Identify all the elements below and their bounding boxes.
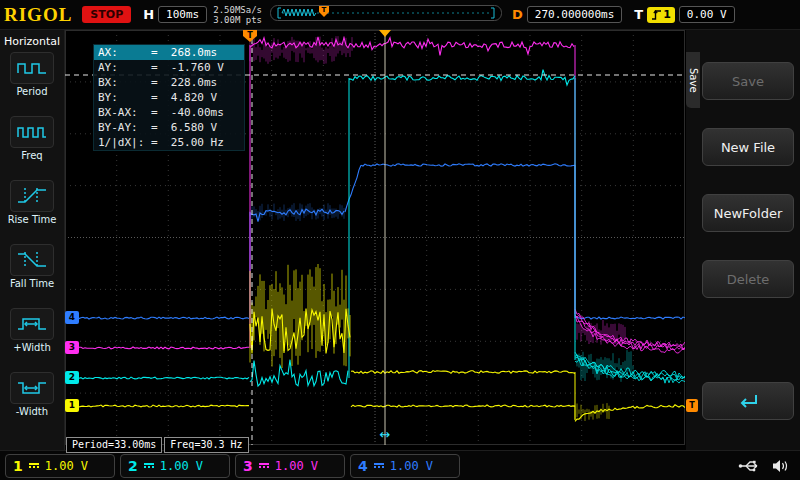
- ch3-trace: [250, 37, 574, 55]
- menu-item-period[interactable]: Period: [0, 52, 64, 116]
- ch4-trace: [65, 317, 249, 319]
- svg-text:T: T: [322, 6, 327, 14]
- channel-4-position-marker[interactable]: 4: [65, 311, 79, 324]
- menu-item-width[interactable]: -Width: [0, 372, 64, 436]
- channel-scale: 1.00 V: [390, 459, 433, 473]
- bottom-channel-bar: 11.00 V21.00 V31.00 V41.00 V: [0, 450, 800, 480]
- plus-width-icon: [10, 308, 54, 340]
- channel-1-block[interactable]: 11.00 V: [5, 454, 115, 478]
- trigger-source-icon[interactable]: 1: [647, 7, 675, 23]
- dc-coupling-icon: [259, 462, 269, 469]
- ch2-trace: [250, 360, 348, 386]
- dc-coupling-icon: [374, 462, 384, 469]
- memory-depth: 3.00M pts: [213, 15, 262, 25]
- menu-item-width[interactable]: +Width: [0, 308, 64, 372]
- trigger-level[interactable]: 0.00 V: [679, 6, 735, 23]
- right-softkey-menu: Save SaveNew FileNewFolderDelete: [686, 30, 800, 450]
- newfolder-button[interactable]: NewFolder: [702, 194, 794, 232]
- trigger-level-marker[interactable]: T: [686, 399, 698, 412]
- status-icons: [738, 459, 790, 473]
- trigger-source: 1: [663, 9, 671, 21]
- channel-1-position-marker[interactable]: 1: [65, 399, 79, 412]
- oscilloscope-screen: RIGOL STOP H 100ms 2.50MSa/s 3.00M pts T…: [0, 0, 800, 480]
- ch1-trace-noise: [250, 264, 350, 368]
- enter-button[interactable]: [702, 382, 794, 420]
- menu-item-rise-time[interactable]: Rise Time: [0, 180, 64, 244]
- rise-time-icon: [10, 180, 54, 212]
- menu-tab-save[interactable]: Save: [686, 52, 700, 108]
- cursor-row: AX: = 268.0ms: [94, 45, 244, 60]
- channel-2-block[interactable]: 21.00 V: [120, 454, 230, 478]
- freq-icon: [10, 116, 54, 148]
- sample-rate: 2.50MSa/s: [213, 5, 262, 15]
- horizontal-label: H: [143, 7, 154, 22]
- horizontal-position-bar[interactable]: T: [270, 4, 502, 26]
- ch4-trace: [575, 317, 685, 319]
- menu-item-freq[interactable]: Freq: [0, 116, 64, 180]
- ch2-trace: [65, 377, 249, 379]
- delay-value[interactable]: 270.000000ms: [527, 6, 622, 23]
- cursor-row: AY: = -1.760 V: [94, 60, 244, 75]
- period-icon: [10, 52, 54, 84]
- menu-item-label: -Width: [16, 406, 48, 417]
- channel-scale: 1.00 V: [160, 459, 203, 473]
- rigol-logo: RIGOL: [4, 4, 72, 26]
- delay-label: D: [512, 7, 523, 22]
- channel-scale: 1.00 V: [275, 459, 318, 473]
- cursor-row: BX: = 228.0ms: [94, 75, 244, 90]
- delay-group: D 270.000000ms: [512, 6, 622, 23]
- top-status-bar: RIGOL STOP H 100ms 2.50MSa/s 3.00M pts T…: [0, 0, 800, 30]
- channel-number: 1: [13, 458, 23, 474]
- timebase-value[interactable]: 100ms: [158, 6, 207, 23]
- minus-width-icon: [10, 372, 54, 404]
- channel-4-block[interactable]: 41.00 V: [350, 454, 460, 478]
- ch4-trace: [345, 165, 361, 212]
- menu-item-label: Freq: [21, 150, 42, 161]
- trigger-label: T: [634, 7, 643, 22]
- left-menu-title: Horizontal: [0, 30, 64, 52]
- channel-scale: 1.00 V: [45, 459, 88, 473]
- menu-item-fall-time[interactable]: Fall Time: [0, 244, 64, 308]
- channel-2-position-marker[interactable]: 2: [65, 371, 79, 384]
- ch2-trace-noise: [577, 350, 633, 382]
- menu-item-label: Fall Time: [10, 278, 54, 289]
- ch2-trace: [349, 70, 575, 85]
- cursor-row: BY-AY: = 6.580 V: [94, 120, 244, 135]
- usb-icon: [738, 459, 762, 473]
- cursor-measurement-panel: AX: = 268.0msAY: = -1.760 VBX: = 228.0ms…: [93, 44, 245, 151]
- channel-number: 4: [358, 458, 368, 474]
- freq-readout: Freq=30.3 Hz: [164, 437, 248, 453]
- channel-3-block[interactable]: 31.00 V: [235, 454, 345, 478]
- ch3-trace: [65, 347, 249, 349]
- ch4-trace: [361, 164, 575, 166]
- svg-text:T: T: [247, 31, 253, 40]
- new-file-button[interactable]: New File: [702, 128, 794, 166]
- return-icon: [735, 392, 761, 410]
- save-button[interactable]: Save: [702, 62, 794, 100]
- waveform-display[interactable]: T↔ AX: = 268.0msAY: = -1.760 VBX: = 228.…: [65, 30, 685, 445]
- channel-3-position-marker[interactable]: 3: [65, 341, 79, 354]
- dc-coupling-icon: [29, 462, 39, 469]
- cursor-row: 1/|dX|: = 25.00 Hz: [94, 135, 244, 150]
- menu-item-label: Rise Time: [8, 214, 57, 225]
- measurement-readouts: Period=33.00ms Freq=30.3 Hz: [66, 437, 249, 453]
- edge-trigger-icon: [651, 9, 662, 21]
- delay-position-marker: [379, 30, 391, 37]
- menu-item-label: +Width: [13, 342, 50, 353]
- horizontal-group: H 100ms: [143, 6, 207, 23]
- ch1-trace: [65, 405, 249, 407]
- menu-item-label: Period: [16, 86, 47, 97]
- trigger-group: T 1 0.00 V: [634, 6, 734, 23]
- channel-number: 3: [243, 458, 253, 474]
- period-readout: Period=33.00ms: [66, 437, 162, 453]
- position-bar-graphic: T: [270, 4, 502, 22]
- dc-coupling-icon: [144, 462, 154, 469]
- speaker-icon[interactable]: [772, 459, 790, 473]
- cursor-move-icon: ↔: [380, 427, 391, 442]
- acquisition-info: 2.50MSa/s 3.00M pts: [213, 5, 262, 25]
- delete-button[interactable]: Delete: [702, 260, 794, 298]
- cursor-row: BY: = 4.820 V: [94, 90, 244, 105]
- run-state-badge[interactable]: STOP: [82, 6, 131, 23]
- channel-number: 2: [128, 458, 138, 474]
- fall-time-icon: [10, 244, 54, 276]
